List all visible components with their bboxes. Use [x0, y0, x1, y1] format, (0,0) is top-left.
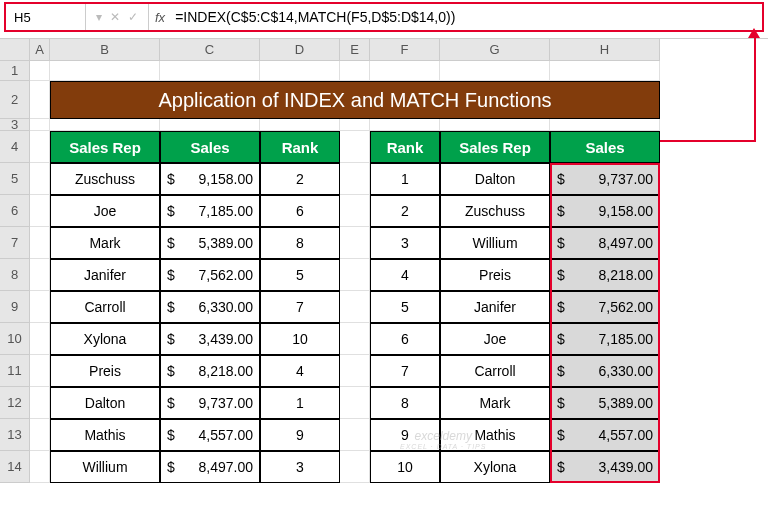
cell-sales[interactable]: $8,218.00 — [160, 355, 260, 387]
cell[interactable] — [50, 61, 160, 81]
cell-sales[interactable]: $3,439.00 — [550, 451, 660, 483]
cell-rank[interactable]: 8 — [260, 227, 340, 259]
cell-rank[interactable]: 7 — [260, 291, 340, 323]
cell-sales-rep[interactable]: Dalton — [440, 163, 550, 195]
name-box[interactable]: H5 — [6, 4, 86, 30]
col-header[interactable]: A — [30, 39, 50, 61]
cell-sales[interactable]: $8,218.00 — [550, 259, 660, 291]
cell-rank[interactable]: 4 — [370, 259, 440, 291]
row-header[interactable]: 8 — [0, 259, 30, 291]
cancel-icon[interactable]: ✕ — [110, 10, 120, 24]
col-header[interactable]: B — [50, 39, 160, 61]
cell-rank[interactable]: 10 — [260, 323, 340, 355]
cell[interactable] — [340, 419, 370, 451]
cell-sales-rep[interactable]: Zuschuss — [440, 195, 550, 227]
cell-rank[interactable]: 7 — [370, 355, 440, 387]
cell-sales-rep[interactable]: Xylona — [50, 323, 160, 355]
cell-sales-rep[interactable]: Mark — [440, 387, 550, 419]
row-header[interactable]: 4 — [0, 131, 30, 163]
cell-sales[interactable]: $4,557.00 — [550, 419, 660, 451]
cell[interactable] — [30, 195, 50, 227]
cell-rank[interactable]: 4 — [260, 355, 340, 387]
formula-input[interactable] — [171, 9, 762, 25]
cell-sales[interactable]: $6,330.00 — [160, 291, 260, 323]
cell[interactable] — [30, 259, 50, 291]
title-banner[interactable]: Application of INDEX and MATCH Functions — [50, 81, 660, 119]
cell-sales-rep[interactable]: Mathis — [440, 419, 550, 451]
cell[interactable] — [260, 119, 340, 131]
cell[interactable] — [550, 119, 660, 131]
cell[interactable] — [340, 451, 370, 483]
header-sales-rep[interactable]: Sales Rep — [50, 131, 160, 163]
header-sales-rep[interactable]: Sales Rep — [440, 131, 550, 163]
cell-sales-rep[interactable]: Dalton — [50, 387, 160, 419]
col-header[interactable]: E — [340, 39, 370, 61]
cell-sales[interactable]: $7,185.00 — [160, 195, 260, 227]
cell-sales[interactable]: $9,737.00 — [550, 163, 660, 195]
cell[interactable] — [30, 81, 50, 119]
cell-sales-rep[interactable]: Joe — [440, 323, 550, 355]
cell-sales-rep[interactable]: Preis — [440, 259, 550, 291]
cell[interactable] — [340, 323, 370, 355]
row-header[interactable]: 7 — [0, 227, 30, 259]
cell-rank[interactable]: 9 — [260, 419, 340, 451]
row-header[interactable]: 6 — [0, 195, 30, 227]
cell[interactable] — [340, 119, 370, 131]
cell-rank[interactable]: 2 — [370, 195, 440, 227]
cell[interactable] — [50, 119, 160, 131]
cell[interactable] — [340, 131, 370, 163]
cell-sales-rep[interactable]: Janifer — [440, 291, 550, 323]
cell[interactable] — [550, 61, 660, 81]
cell-rank[interactable]: 3 — [370, 227, 440, 259]
col-header[interactable]: F — [370, 39, 440, 61]
fx-label[interactable]: fx — [149, 10, 171, 25]
cell[interactable] — [30, 355, 50, 387]
header-rank[interactable]: Rank — [370, 131, 440, 163]
cell[interactable] — [340, 291, 370, 323]
cell[interactable] — [370, 61, 440, 81]
dropdown-icon[interactable]: ▾ — [96, 10, 102, 24]
cell-rank[interactable]: 5 — [260, 259, 340, 291]
row-header[interactable]: 10 — [0, 323, 30, 355]
col-header[interactable]: H — [550, 39, 660, 61]
cell-rank[interactable]: 3 — [260, 451, 340, 483]
cell-rank[interactable]: 5 — [370, 291, 440, 323]
cell[interactable] — [340, 387, 370, 419]
cell-sales[interactable]: $3,439.00 — [160, 323, 260, 355]
cell-rank[interactable]: 10 — [370, 451, 440, 483]
cell-sales[interactable]: $9,158.00 — [160, 163, 260, 195]
cell-rank[interactable]: 6 — [370, 323, 440, 355]
row-header[interactable]: 5 — [0, 163, 30, 195]
cell-sales-rep[interactable]: Mathis — [50, 419, 160, 451]
cell[interactable] — [30, 419, 50, 451]
cell[interactable] — [30, 291, 50, 323]
cell-sales[interactable]: $7,562.00 — [550, 291, 660, 323]
cell[interactable] — [340, 227, 370, 259]
cell[interactable] — [30, 131, 50, 163]
cell-sales[interactable]: $5,389.00 — [160, 227, 260, 259]
row-header[interactable]: 14 — [0, 451, 30, 483]
cell-sales[interactable]: $5,389.00 — [550, 387, 660, 419]
col-header[interactable]: G — [440, 39, 550, 61]
cell-sales-rep[interactable]: Willium — [440, 227, 550, 259]
sheet-cells[interactable]: Application of INDEX and MATCH Functions… — [30, 61, 660, 483]
cell-rank[interactable]: 1 — [370, 163, 440, 195]
row-header[interactable]: 13 — [0, 419, 30, 451]
cell[interactable] — [30, 119, 50, 131]
col-header[interactable]: D — [260, 39, 340, 61]
row-header[interactable]: 3 — [0, 119, 30, 131]
cell[interactable] — [340, 195, 370, 227]
cell-rank[interactable]: 9 — [370, 419, 440, 451]
cell-sales[interactable]: $7,185.00 — [550, 323, 660, 355]
cell[interactable] — [160, 61, 260, 81]
cell-sales-rep[interactable]: Xylona — [440, 451, 550, 483]
cell-sales[interactable]: $7,562.00 — [160, 259, 260, 291]
row-header[interactable]: 9 — [0, 291, 30, 323]
cell-sales-rep[interactable]: Mark — [50, 227, 160, 259]
cell[interactable] — [340, 355, 370, 387]
cell-rank[interactable]: 8 — [370, 387, 440, 419]
cell-sales-rep[interactable]: Carroll — [50, 291, 160, 323]
cell[interactable] — [340, 61, 370, 81]
cell-rank[interactable]: 6 — [260, 195, 340, 227]
header-sales[interactable]: Sales — [160, 131, 260, 163]
